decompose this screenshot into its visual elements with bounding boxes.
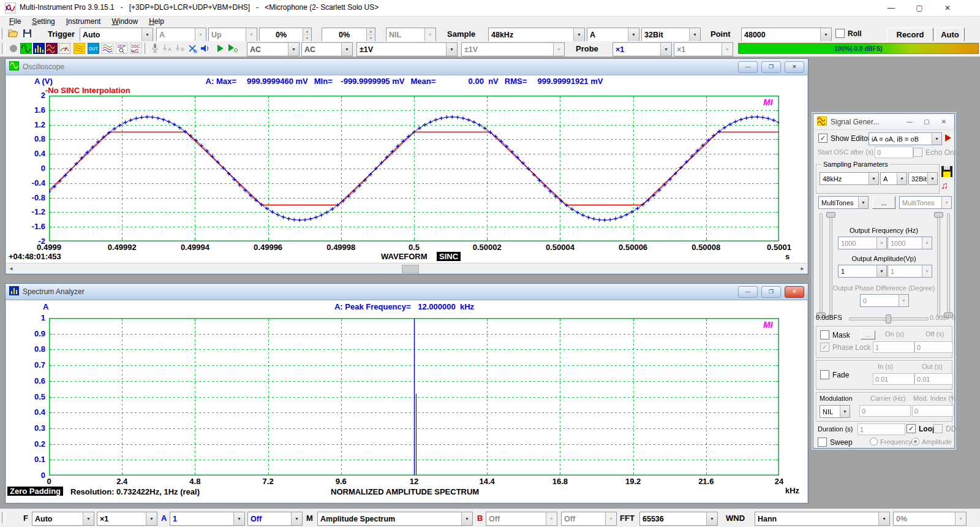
scope-plot[interactable]	[49, 96, 779, 241]
spectrum-plot[interactable]	[49, 318, 779, 476]
trigger-mode-select[interactable]: Auto▼	[80, 28, 153, 42]
spin-up-icon[interactable]: ▲	[367, 28, 375, 34]
mask-off-input[interactable]: 0	[914, 341, 953, 353]
oscilloscope-icon[interactable]	[20, 42, 32, 54]
analysis-mode-select[interactable]: Amplitude Spectrum▼	[317, 512, 473, 526]
balance-slider-thumb[interactable]	[886, 314, 891, 324]
sweep-frequency-radio[interactable]: Frequency	[870, 438, 912, 445]
play-echo-icon[interactable]	[227, 42, 239, 54]
spectrum-close-button[interactable]: ✕	[785, 286, 804, 298]
siggen-minimize-button[interactable]: —	[903, 117, 916, 127]
modulation-select[interactable]: NIL▼	[820, 405, 850, 418]
echo-only-checkbox[interactable]: Echo Only	[913, 148, 959, 157]
oscilloscope-titlebar[interactable]: Oscilloscope — ❐ ✕	[6, 59, 808, 75]
fader-thumb[interactable]	[826, 212, 835, 218]
spectrum-restore-button[interactable]: ❐	[761, 286, 781, 298]
record-button[interactable]: Record	[887, 28, 933, 42]
show-editor-checkbox[interactable]: ✓ Show Editor	[818, 134, 870, 143]
siggen-channel-select[interactable]: A▼	[880, 172, 907, 185]
siggen-run-button[interactable]	[943, 132, 952, 145]
oscilloscope-restore-button[interactable]: ❐	[761, 61, 781, 73]
spectrum-zero-padding-toggle[interactable]: Zero Padding	[7, 487, 63, 496]
microphone-icon[interactable]	[149, 42, 161, 54]
trigger-delay-spinner[interactable]: 0% ▲▼	[322, 28, 375, 42]
siggen-note-icon[interactable]: ♫	[941, 180, 948, 191]
probe-b-select[interactable]: ×1▼	[674, 42, 733, 56]
window-minimize-button[interactable]: —	[877, 0, 905, 16]
sampling-channel-select[interactable]: A▼	[587, 28, 639, 42]
menu-setting[interactable]: Setting	[26, 17, 60, 26]
fade-checkbox[interactable]: Fade	[820, 370, 849, 379]
toolbar-grip[interactable]	[2, 512, 6, 523]
toolbar-grip[interactable]	[2, 43, 6, 54]
auto-button[interactable]: Auto	[935, 28, 965, 42]
derived-data-curve-icon[interactable]: DDC	[129, 42, 141, 54]
sampling-bits-select[interactable]: 32Bit▼	[641, 28, 701, 42]
waveform-a-select[interactable]: MultiTones▼	[818, 196, 869, 209]
scope-sinc-toggle[interactable]: SINC	[437, 252, 461, 261]
menu-help[interactable]: Help	[143, 17, 170, 26]
signal-generator-titlebar[interactable]: Signal Gener... — ▢ ✕	[813, 114, 954, 130]
menu-file[interactable]: File	[4, 17, 26, 26]
fade-out-input[interactable]: 0.01	[914, 373, 953, 385]
scroll-left-icon[interactable]: ◄	[6, 264, 16, 273]
sampling-rate-select[interactable]: 48kHz▼	[488, 28, 585, 42]
loop-checkbox[interactable]: ✓ Loop	[907, 424, 937, 433]
ground-a-icon[interactable]: A	[161, 42, 173, 54]
window-maximize-button[interactable]: ▢	[905, 0, 933, 16]
menu-window[interactable]: Window	[106, 17, 143, 26]
derived-data-point-icon[interactable]: DDP	[115, 42, 127, 54]
range-a-select[interactable]: ±1V▼	[356, 42, 458, 56]
window-close-button[interactable]: ✕	[933, 0, 962, 16]
siggen-bits-select[interactable]: 32Bit▼	[908, 172, 938, 185]
coupling-b-select[interactable]: AC▼	[301, 42, 353, 56]
spin-down-icon[interactable]: ▼	[367, 34, 375, 41]
roll-checkbox[interactable]: Roll	[835, 29, 862, 38]
spectrum-titlebar[interactable]: Spectrum Analyzer — ❐ ✕	[6, 284, 808, 300]
trigger-reject-select[interactable]: NIL▼	[386, 28, 436, 42]
b-gain-select[interactable]: Off▼	[486, 512, 557, 526]
mod-index-input[interactable]: 0	[912, 405, 954, 417]
trigger-level-spinner[interactable]: 0% ▲▼	[259, 28, 312, 42]
siggen-save-icon[interactable]	[941, 165, 953, 179]
spectrum-analyzer-icon[interactable]	[32, 42, 45, 54]
frequency-a-select[interactable]: 1000▼	[838, 237, 887, 249]
spin-down-icon[interactable]: ▼	[303, 34, 311, 41]
record-length-select[interactable]: 48000▼	[741, 28, 832, 42]
siggen-maximize-button[interactable]: ▢	[920, 117, 933, 127]
start-osc-input[interactable]: 0	[875, 146, 913, 158]
signal-generator-icon[interactable]	[45, 42, 58, 54]
fader-thumb[interactable]	[934, 212, 943, 218]
window-function-select[interactable]: Hann▼	[755, 512, 890, 526]
siggen-close-button[interactable]: ✕	[937, 117, 951, 127]
scope-scrollbar-thumb[interactable]	[402, 265, 419, 273]
oscilloscope-minimize-button[interactable]: —	[738, 61, 758, 73]
a-mode-select[interactable]: Off▼	[247, 512, 303, 526]
mask-on-input[interactable]: 1	[873, 341, 914, 353]
oscilloscope-close-button[interactable]: ✕	[785, 61, 804, 73]
siggen-rate-select[interactable]: 48kHz▼	[820, 172, 879, 185]
mask-checkbox[interactable]: Mask	[820, 330, 850, 339]
duration-input[interactable]: 1	[858, 423, 905, 435]
carrier-input[interactable]: 0	[859, 405, 911, 417]
overlap-select[interactable]: 0%▼	[893, 512, 967, 526]
phase-lock-checkbox[interactable]: ✓ Phase Lock	[820, 343, 871, 352]
amplitude-b-select[interactable]: 1▼	[888, 265, 932, 278]
b-mode-select[interactable]: Off▼	[561, 512, 617, 526]
multi-curve-icon[interactable]	[101, 42, 113, 54]
frequency-b-select[interactable]: 1000▼	[888, 237, 932, 249]
coupling-a-select[interactable]: AC▼	[247, 42, 300, 56]
probe-a-select[interactable]: ×1▼	[612, 42, 672, 56]
fft-size-select[interactable]: 65536▼	[639, 512, 718, 526]
speaker-icon[interactable]	[199, 42, 211, 54]
multimeter-icon[interactable]	[58, 42, 70, 54]
a-gain-select[interactable]: 1▼	[170, 512, 245, 526]
sweep-amplitude-radio[interactable]: Amplitude	[911, 438, 952, 445]
amplitude-a-select[interactable]: 1▼	[838, 265, 887, 278]
sweep-checkbox[interactable]: Sweep	[818, 438, 853, 447]
phase-select[interactable]: 0▼	[860, 294, 909, 307]
trigger-edge-select[interactable]: Up▼	[208, 28, 257, 42]
scope-scrollbar[interactable]: ◄ ►	[6, 263, 807, 273]
waveform-more-button[interactable]: ...	[872, 196, 895, 209]
sweep-mode-select[interactable]: Auto▼	[32, 512, 94, 526]
